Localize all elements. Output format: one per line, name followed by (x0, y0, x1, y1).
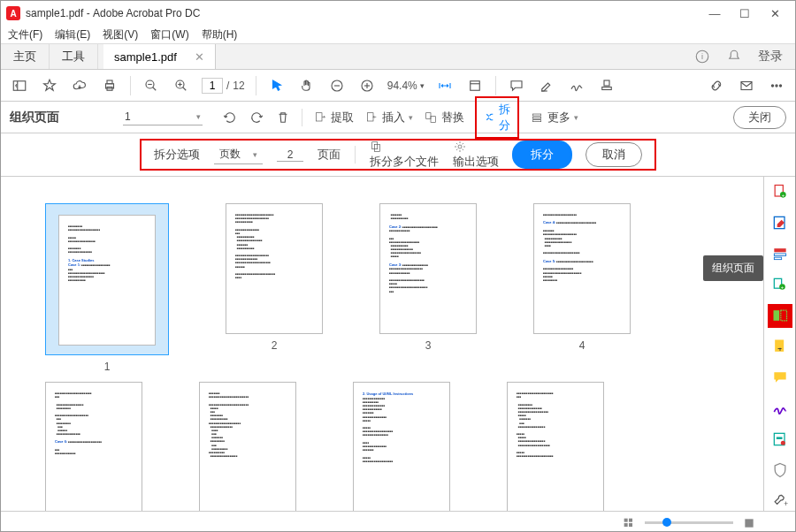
split-by-select[interactable]: 页数▾ (214, 145, 263, 164)
menu-window[interactable]: 窗口(W) (150, 27, 188, 42)
link-icon[interactable] (707, 76, 726, 95)
split-multiple-button[interactable]: 拆分多个文件 (370, 140, 439, 170)
sidebar-toggle-icon[interactable] (10, 76, 29, 95)
zoom-dropdown[interactable]: 94.4%▾ (387, 80, 425, 92)
zoom-out-icon[interactable] (142, 76, 161, 95)
maximize-button[interactable]: ☐ (730, 4, 760, 23)
rail-compress-icon[interactable] (769, 337, 791, 357)
page-thumb-8[interactable]: ■■■■■■■■■■■■■■■■■■■■■■■■■■ ■■■■■■■■■ ■■■… (507, 382, 604, 511)
split-confirm-button[interactable]: 拆分 (513, 141, 571, 168)
svg-rect-28 (316, 112, 322, 120)
rotate-right-icon[interactable] (249, 110, 264, 125)
window-titlebar: A sample1.pdf - Adobe Acrobat Pro DC ― ☐… (1, 1, 795, 26)
rail-edit-pdf-icon[interactable] (769, 213, 791, 233)
tab-tools[interactable]: 工具 (50, 44, 98, 69)
tab-home[interactable]: 主页 (1, 44, 50, 69)
zoom-in-icon[interactable] (172, 76, 191, 95)
stamp-icon[interactable] (597, 76, 616, 95)
close-window-button[interactable]: ✕ (760, 4, 790, 23)
menu-bar: 文件(F) 编辑(E) 视图(V) 窗口(W) 帮助(H) (1, 26, 795, 43)
extract-button[interactable]: 提取 (313, 110, 354, 125)
split-options-label: 拆分选项 (154, 147, 200, 163)
cloud-icon[interactable] (70, 76, 89, 95)
rail-redact-icon[interactable] (769, 429, 791, 449)
close-panel-button[interactable]: 关闭 (733, 106, 786, 129)
rail-export-pdf-icon[interactable] (769, 244, 791, 264)
sign-icon[interactable] (567, 76, 586, 95)
menu-file[interactable]: 文件(F) (8, 27, 42, 42)
minimize-button[interactable]: ― (700, 4, 730, 23)
page-current-input[interactable] (202, 78, 223, 94)
svg-rect-55 (624, 518, 628, 521)
page-thumb-4[interactable]: ■■■■■■■■■■■■■■■■■■■■■Case 4: ■■■■■■■■■■■… (533, 203, 631, 373)
tab-close-icon[interactable]: ✕ (195, 50, 204, 64)
replace-button[interactable]: 替换 (424, 110, 464, 125)
page-thumb-2[interactable]: ■■■■■■■■■■■■■■■■■■■■■■■■■■■■■■■■■■■■■■■■… (226, 203, 323, 373)
hand-icon[interactable] (297, 76, 317, 95)
fit-width-icon[interactable] (435, 76, 455, 95)
menu-help[interactable]: 帮助(H) (202, 27, 238, 42)
svg-rect-44 (774, 257, 781, 260)
highlight-icon[interactable] (537, 76, 556, 95)
svg-rect-57 (624, 523, 628, 527)
rail-protect-icon[interactable] (769, 460, 791, 480)
tab-document[interactable]: sample1.pdf ✕ (103, 44, 216, 69)
output-options-button[interactable]: 输出选项 (453, 140, 499, 170)
bell-icon[interactable] (726, 49, 742, 65)
svg-rect-59 (745, 519, 753, 527)
menu-edit[interactable]: 编辑(E) (55, 27, 90, 42)
title-appname: Adobe Acrobat Pro DC (93, 7, 200, 19)
rail-more-tools-icon[interactable]: + (769, 490, 791, 511)
print-icon[interactable] (100, 76, 119, 95)
pointer-icon[interactable] (267, 76, 287, 95)
svg-rect-43 (774, 254, 785, 256)
page-unit-label: 页面 (318, 147, 341, 163)
fit-page-icon[interactable] (465, 76, 485, 95)
svg-rect-5 (107, 80, 112, 84)
svg-rect-2 (13, 80, 26, 90)
page-thumb-3[interactable]: ■■■■■■■ ■■■■■■■■■■■Case 2: ■■■■■■■■■■■■■… (379, 203, 477, 373)
tab-document-label: sample1.pdf (114, 50, 177, 64)
more-button[interactable]: 更多▾ (530, 110, 578, 125)
svg-line-9 (153, 87, 157, 90)
menu-view[interactable]: 视图(V) (103, 27, 138, 42)
mail-icon[interactable] (737, 76, 756, 95)
svg-rect-29 (367, 112, 373, 120)
info-icon[interactable]: i (694, 49, 710, 65)
split-options-bar: 拆分选项 页数▾ 2 页面 拆分多个文件 输出选项 拆分 取消 (140, 139, 656, 171)
svg-rect-58 (629, 523, 632, 527)
footer-bar (1, 511, 795, 532)
minus-circle-icon[interactable] (327, 76, 347, 95)
delete-icon[interactable] (275, 110, 291, 125)
split-pages-value[interactable]: 2 (277, 148, 303, 162)
page-thumb-7[interactable]: 2. Usage of UI/ML Instructions■■■■■■■■■■… (353, 382, 450, 511)
rail-combine-icon[interactable]: + (769, 275, 791, 295)
plus-circle-icon[interactable] (357, 76, 377, 95)
page-range-select[interactable]: 1▾ (123, 109, 203, 125)
svg-rect-34 (532, 119, 540, 121)
title-sep: - (83, 7, 93, 19)
thumbnail-zoom-slider[interactable] (645, 521, 733, 524)
insert-button[interactable]: 插入▾ (364, 110, 413, 125)
comment-icon[interactable] (507, 76, 526, 95)
rail-comment-icon[interactable] (769, 367, 791, 387)
thumb-large-icon[interactable] (742, 516, 756, 530)
cancel-button[interactable]: 取消 (586, 142, 642, 167)
page-thumb-5[interactable]: ■■■■■■■■■■■■■■■■■■■■■■■■■■ ■■■■■■■■■■■■■… (45, 382, 142, 511)
svg-rect-31 (431, 116, 435, 122)
star-icon[interactable] (40, 76, 59, 95)
svg-point-53 (780, 440, 785, 445)
svg-line-13 (183, 87, 187, 90)
page-thumb-6[interactable]: ■■■■■■■■■■■■■■■■■■■■■■■■■■■■■■■■■■■■■■■■… (199, 382, 296, 511)
page-thumb-1[interactable]: ■■■■■■■■■■■■■■■■■■■■■■■■■■■■■■■■■■■■■■■■… (45, 203, 169, 373)
rotate-left-icon[interactable] (222, 110, 238, 125)
rail-fill-sign-icon[interactable] (769, 398, 791, 418)
rail-tooltip: 组织页面 (703, 255, 763, 281)
svg-rect-56 (629, 518, 632, 521)
thumb-small-icon[interactable] (622, 516, 636, 530)
rail-organize-icon[interactable] (769, 306, 791, 326)
login-link[interactable]: 登录 (758, 49, 783, 65)
more-icon[interactable] (767, 76, 786, 95)
split-button[interactable]: 拆分 (475, 96, 519, 139)
rail-create-pdf-icon[interactable]: + (769, 182, 791, 202)
